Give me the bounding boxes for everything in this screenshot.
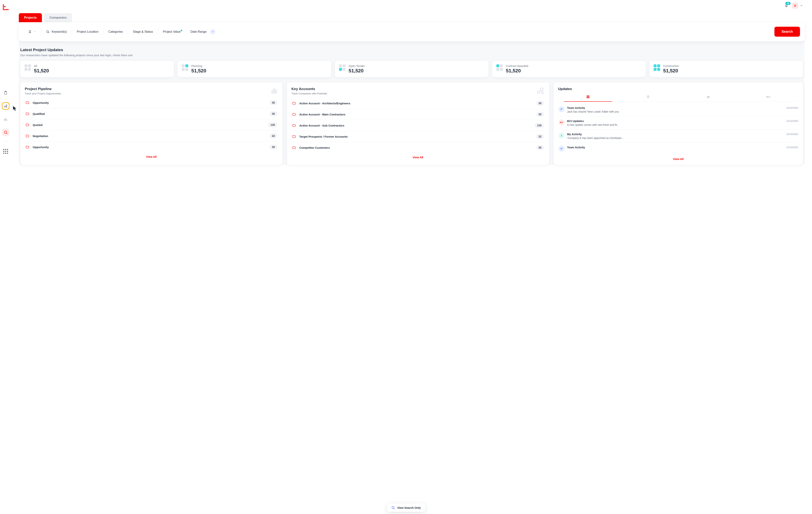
notification-count-badge: 22: [785, 2, 790, 5]
active-indicator-dot: [181, 30, 182, 31]
chevron-down-icon: [211, 30, 214, 33]
filter-stage[interactable]: Stage & Status: [128, 30, 158, 33]
search-icon: [391, 506, 395, 510]
bookmark-dropdown[interactable]: [23, 30, 41, 33]
list-item[interactable]: Qualified30: [25, 108, 278, 119]
stat-card[interactable]: Planning51,520: [178, 61, 331, 77]
svg-point-19: [708, 96, 709, 97]
updates-tab-all[interactable]: [558, 94, 618, 102]
stat-card[interactable]: Open Tender51,520: [335, 61, 488, 77]
grid-icon: [587, 95, 589, 99]
list-item[interactable]: Opportunity30: [25, 97, 278, 108]
brand-logo[interactable]: [3, 4, 8, 10]
svg-point-24: [562, 148, 562, 148]
list-item[interactable]: Competitor Customers30: [291, 142, 545, 153]
list-item[interactable]: Active Account - Sub Contractors130: [291, 120, 545, 131]
nav-analytics-icon[interactable]: [2, 115, 9, 123]
nav-clipboard-icon[interactable]: [2, 89, 9, 97]
updates-tab-team[interactable]: [678, 94, 738, 102]
update-item[interactable]: My Activity22/10/2020‘Company A’ has bee…: [558, 130, 799, 143]
cursor-pointer-icon: [12, 106, 19, 112]
update-title: Team Activity: [567, 146, 585, 149]
date-expand-button[interactable]: [210, 29, 215, 35]
stat-card-label: Contract Awarded: [506, 64, 528, 67]
count-badge: 30: [270, 111, 277, 116]
update-description: Jack has shared ‘New Leads’ folder with …: [567, 110, 798, 113]
update-description: A new update comes with new fresh and fe…: [567, 123, 798, 126]
list-item[interactable]: Active Account - Architects/Engineers30: [291, 98, 545, 109]
list-item[interactable]: Active Account - Main Contractors30: [291, 109, 545, 120]
updates-view-all[interactable]: View All: [558, 155, 799, 161]
stat-card-label: Open Tender: [349, 64, 365, 67]
folder-icon: [292, 101, 296, 105]
updates-tab-bci[interactable]: BCI: [738, 94, 799, 102]
tab-projects[interactable]: Projects: [19, 13, 42, 22]
filter-keywords[interactable]: Keyword(s): [41, 30, 72, 33]
update-date: 22/10/2020: [786, 107, 798, 109]
nav-connections-icon[interactable]: [2, 102, 9, 110]
update-item[interactable]: Team Activity22/10/2020Jack has shared ‘…: [558, 103, 799, 116]
panel-subtitle: Track Companies with Potential: [291, 92, 327, 95]
updates-tab-strip: BCI: [558, 94, 799, 102]
filter-categories[interactable]: Categories: [104, 30, 128, 33]
svg-point-4: [6, 107, 7, 108]
stat-card-icon: [496, 64, 503, 71]
svg-point-14: [537, 91, 540, 93]
svg-point-21: [562, 109, 562, 109]
count-badge: 30: [270, 100, 277, 105]
latest-updates-section: Latest Project Updates Our researchers h…: [19, 41, 805, 57]
list-item-label: Active Account - Architects/Engineers: [299, 102, 533, 105]
list-item[interactable]: Target Prospects / Former Accounts22: [291, 131, 545, 142]
updates-panel: Updates BCI: [554, 82, 803, 165]
update-item[interactable]: BCIBCI Updates22/10/2020A new update com…: [558, 116, 799, 130]
folder-icon: [292, 146, 296, 149]
folder-icon: [26, 101, 29, 105]
search-button[interactable]: Search: [775, 27, 800, 37]
filter-location-label: Project Location: [77, 30, 98, 33]
bar-chart-icon: [270, 87, 278, 94]
list-item[interactable]: Quoted130: [25, 119, 278, 131]
count-badge: 22: [536, 134, 544, 139]
update-item[interactable]: Team Activity22/10/2020: [558, 143, 799, 155]
user-avatar: A: [792, 3, 798, 9]
count-badge: 30: [536, 145, 544, 150]
list-item-label: Quoted: [33, 123, 265, 126]
updates-tab-clipboard[interactable]: [618, 94, 678, 102]
bookmark-icon: [28, 30, 32, 33]
view-search-only-button[interactable]: View Search Only: [387, 504, 425, 512]
stat-card[interactable]: All51,520: [20, 61, 174, 77]
panel-subtitle: Track your Project Opportunities: [25, 92, 61, 95]
accounts-view-all[interactable]: View All: [291, 153, 545, 160]
notifications-bell[interactable]: 22: [785, 4, 788, 7]
stat-card-value: 51,520: [663, 68, 679, 74]
clipboard-icon: [647, 95, 650, 98]
stat-card[interactable]: Contract Awarded51,520: [492, 61, 646, 77]
folder-icon: [292, 112, 296, 116]
search-icon: [46, 30, 50, 33]
nav-search-icon[interactable]: [2, 128, 9, 136]
list-item-label: Target Prospects / Former Accounts: [299, 135, 533, 138]
filter-location[interactable]: Project Location: [72, 30, 104, 33]
folder-icon: [26, 145, 29, 149]
list-item[interactable]: Opportunity30: [25, 142, 278, 152]
user-menu[interactable]: A: [792, 3, 803, 9]
update-title: BCI Updates: [567, 119, 584, 122]
search-filter-bar: Keyword(s) Project Location Categories S…: [19, 22, 805, 41]
list-item-label: Active Account - Sub Contractors: [299, 124, 531, 127]
list-item-label: Opportunity: [33, 145, 266, 149]
filter-date-label: Date Range: [191, 30, 206, 33]
nav-apps-icon[interactable]: [2, 148, 9, 155]
panel-title: Key Accounts: [291, 87, 327, 91]
svg-point-3: [6, 105, 7, 106]
chevron-down-icon: [800, 4, 803, 7]
folder-icon: [292, 135, 296, 138]
tab-companies[interactable]: Companies: [44, 13, 72, 22]
svg-rect-12: [275, 90, 277, 93]
filter-date-range[interactable]: Date Range: [186, 29, 221, 35]
pipeline-view-all[interactable]: View All: [25, 152, 278, 159]
svg-point-18: [707, 96, 708, 97]
list-item[interactable]: Negotiation22: [25, 131, 278, 142]
filter-project-value[interactable]: Project Value: [158, 30, 185, 33]
project-pipeline-panel: Project Pipeline Track your Project Oppo…: [20, 82, 283, 165]
stat-card[interactable]: Construction51,520: [649, 61, 803, 77]
